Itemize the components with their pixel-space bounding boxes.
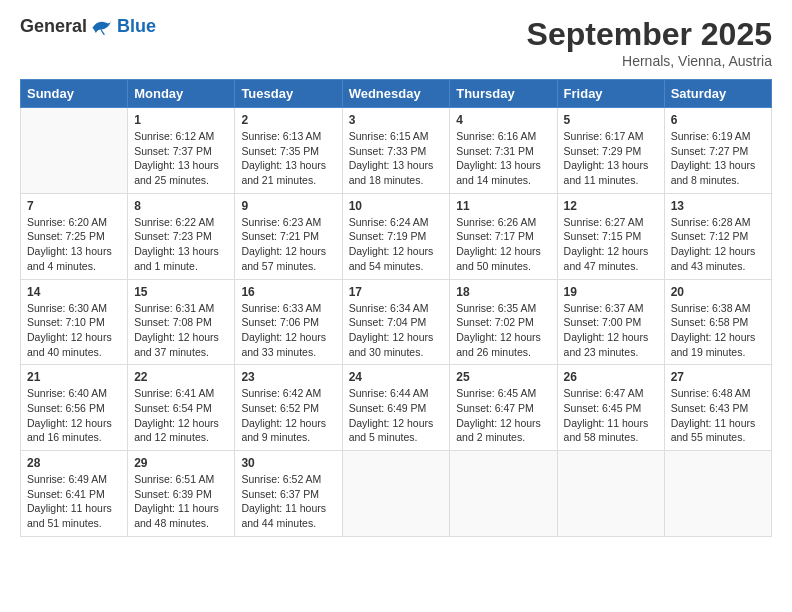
sunrise-time: Sunrise: 6:23 AM [241, 216, 321, 228]
calendar-cell [342, 451, 450, 537]
weekday-header-sunday: Sunday [21, 80, 128, 108]
day-info: Sunrise: 6:23 AM Sunset: 7:21 PM Dayligh… [241, 215, 335, 274]
calendar-cell: 18 Sunrise: 6:35 AM Sunset: 7:02 PM Dayl… [450, 279, 557, 365]
sunset-time: Sunset: 7:04 PM [349, 316, 427, 328]
sunrise-time: Sunrise: 6:15 AM [349, 130, 429, 142]
sunrise-time: Sunrise: 6:12 AM [134, 130, 214, 142]
calendar-cell: 24 Sunrise: 6:44 AM Sunset: 6:49 PM Dayl… [342, 365, 450, 451]
logo-general: General [20, 16, 87, 37]
sunset-time: Sunset: 7:33 PM [349, 145, 427, 157]
day-number: 6 [671, 113, 765, 127]
sunset-time: Sunset: 6:37 PM [241, 488, 319, 500]
calendar-cell: 22 Sunrise: 6:41 AM Sunset: 6:54 PM Dayl… [128, 365, 235, 451]
daylight-hours: Daylight: 12 hours and 37 minutes. [134, 331, 219, 358]
sunset-time: Sunset: 6:45 PM [564, 402, 642, 414]
daylight-hours: Daylight: 12 hours and 30 minutes. [349, 331, 434, 358]
sunset-time: Sunset: 7:10 PM [27, 316, 105, 328]
sunset-time: Sunset: 7:25 PM [27, 230, 105, 242]
sunset-time: Sunset: 7:12 PM [671, 230, 749, 242]
daylight-hours: Daylight: 12 hours and 26 minutes. [456, 331, 541, 358]
calendar-cell [450, 451, 557, 537]
daylight-hours: Daylight: 11 hours and 51 minutes. [27, 502, 112, 529]
day-number: 13 [671, 199, 765, 213]
sunset-time: Sunset: 6:49 PM [349, 402, 427, 414]
sunset-time: Sunset: 6:56 PM [27, 402, 105, 414]
calendar-cell: 26 Sunrise: 6:47 AM Sunset: 6:45 PM Dayl… [557, 365, 664, 451]
day-number: 3 [349, 113, 444, 127]
day-number: 14 [27, 285, 121, 299]
sunset-time: Sunset: 6:52 PM [241, 402, 319, 414]
day-info: Sunrise: 6:17 AM Sunset: 7:29 PM Dayligh… [564, 129, 658, 188]
calendar-cell: 29 Sunrise: 6:51 AM Sunset: 6:39 PM Dayl… [128, 451, 235, 537]
calendar-cell: 5 Sunrise: 6:17 AM Sunset: 7:29 PM Dayli… [557, 108, 664, 194]
sunset-time: Sunset: 6:43 PM [671, 402, 749, 414]
day-number: 29 [134, 456, 228, 470]
calendar-cell: 27 Sunrise: 6:48 AM Sunset: 6:43 PM Dayl… [664, 365, 771, 451]
daylight-hours: Daylight: 12 hours and 54 minutes. [349, 245, 434, 272]
sunrise-time: Sunrise: 6:42 AM [241, 387, 321, 399]
sunrise-time: Sunrise: 6:26 AM [456, 216, 536, 228]
day-info: Sunrise: 6:42 AM Sunset: 6:52 PM Dayligh… [241, 386, 335, 445]
day-number: 19 [564, 285, 658, 299]
daylight-hours: Daylight: 13 hours and 11 minutes. [564, 159, 649, 186]
calendar-week-row: 21 Sunrise: 6:40 AM Sunset: 6:56 PM Dayl… [21, 365, 772, 451]
daylight-hours: Daylight: 11 hours and 48 minutes. [134, 502, 219, 529]
calendar-cell: 6 Sunrise: 6:19 AM Sunset: 7:27 PM Dayli… [664, 108, 771, 194]
calendar-cell: 1 Sunrise: 6:12 AM Sunset: 7:37 PM Dayli… [128, 108, 235, 194]
sunset-time: Sunset: 7:31 PM [456, 145, 534, 157]
calendar-cell: 23 Sunrise: 6:42 AM Sunset: 6:52 PM Dayl… [235, 365, 342, 451]
calendar-cell: 12 Sunrise: 6:27 AM Sunset: 7:15 PM Dayl… [557, 193, 664, 279]
daylight-hours: Daylight: 13 hours and 18 minutes. [349, 159, 434, 186]
calendar-week-row: 28 Sunrise: 6:49 AM Sunset: 6:41 PM Dayl… [21, 451, 772, 537]
daylight-hours: Daylight: 12 hours and 47 minutes. [564, 245, 649, 272]
calendar-cell: 3 Sunrise: 6:15 AM Sunset: 7:33 PM Dayli… [342, 108, 450, 194]
daylight-hours: Daylight: 12 hours and 9 minutes. [241, 417, 326, 444]
daylight-hours: Daylight: 13 hours and 8 minutes. [671, 159, 756, 186]
day-number: 24 [349, 370, 444, 384]
sunrise-time: Sunrise: 6:20 AM [27, 216, 107, 228]
daylight-hours: Daylight: 13 hours and 14 minutes. [456, 159, 541, 186]
calendar-week-row: 14 Sunrise: 6:30 AM Sunset: 7:10 PM Dayl… [21, 279, 772, 365]
sunset-time: Sunset: 6:47 PM [456, 402, 534, 414]
day-info: Sunrise: 6:24 AM Sunset: 7:19 PM Dayligh… [349, 215, 444, 274]
day-number: 25 [456, 370, 550, 384]
daylight-hours: Daylight: 12 hours and 5 minutes. [349, 417, 434, 444]
calendar-cell: 16 Sunrise: 6:33 AM Sunset: 7:06 PM Dayl… [235, 279, 342, 365]
day-info: Sunrise: 6:28 AM Sunset: 7:12 PM Dayligh… [671, 215, 765, 274]
sunrise-time: Sunrise: 6:30 AM [27, 302, 107, 314]
sunrise-time: Sunrise: 6:40 AM [27, 387, 107, 399]
logo: General Blue [20, 16, 156, 37]
daylight-hours: Daylight: 12 hours and 40 minutes. [27, 331, 112, 358]
calendar-cell: 14 Sunrise: 6:30 AM Sunset: 7:10 PM Dayl… [21, 279, 128, 365]
day-number: 5 [564, 113, 658, 127]
calendar-header-row: SundayMondayTuesdayWednesdayThursdayFrid… [21, 80, 772, 108]
day-number: 15 [134, 285, 228, 299]
calendar-cell: 30 Sunrise: 6:52 AM Sunset: 6:37 PM Dayl… [235, 451, 342, 537]
day-info: Sunrise: 6:49 AM Sunset: 6:41 PM Dayligh… [27, 472, 121, 531]
day-number: 10 [349, 199, 444, 213]
day-info: Sunrise: 6:35 AM Sunset: 7:02 PM Dayligh… [456, 301, 550, 360]
sunset-time: Sunset: 7:35 PM [241, 145, 319, 157]
sunset-time: Sunset: 7:08 PM [134, 316, 212, 328]
daylight-hours: Daylight: 13 hours and 21 minutes. [241, 159, 326, 186]
sunrise-time: Sunrise: 6:33 AM [241, 302, 321, 314]
calendar-cell: 25 Sunrise: 6:45 AM Sunset: 6:47 PM Dayl… [450, 365, 557, 451]
sunrise-time: Sunrise: 6:24 AM [349, 216, 429, 228]
daylight-hours: Daylight: 12 hours and 33 minutes. [241, 331, 326, 358]
sunrise-time: Sunrise: 6:45 AM [456, 387, 536, 399]
weekday-header-monday: Monday [128, 80, 235, 108]
sunset-time: Sunset: 7:19 PM [349, 230, 427, 242]
calendar-cell: 17 Sunrise: 6:34 AM Sunset: 7:04 PM Dayl… [342, 279, 450, 365]
sunrise-time: Sunrise: 6:17 AM [564, 130, 644, 142]
calendar-cell: 10 Sunrise: 6:24 AM Sunset: 7:19 PM Dayl… [342, 193, 450, 279]
sunrise-time: Sunrise: 6:49 AM [27, 473, 107, 485]
month-title: September 2025 [527, 16, 772, 53]
day-info: Sunrise: 6:13 AM Sunset: 7:35 PM Dayligh… [241, 129, 335, 188]
weekday-header-friday: Friday [557, 80, 664, 108]
daylight-hours: Daylight: 11 hours and 55 minutes. [671, 417, 756, 444]
daylight-hours: Daylight: 12 hours and 57 minutes. [241, 245, 326, 272]
daylight-hours: Daylight: 11 hours and 44 minutes. [241, 502, 326, 529]
daylight-hours: Daylight: 12 hours and 2 minutes. [456, 417, 541, 444]
location: Hernals, Vienna, Austria [527, 53, 772, 69]
day-number: 7 [27, 199, 121, 213]
